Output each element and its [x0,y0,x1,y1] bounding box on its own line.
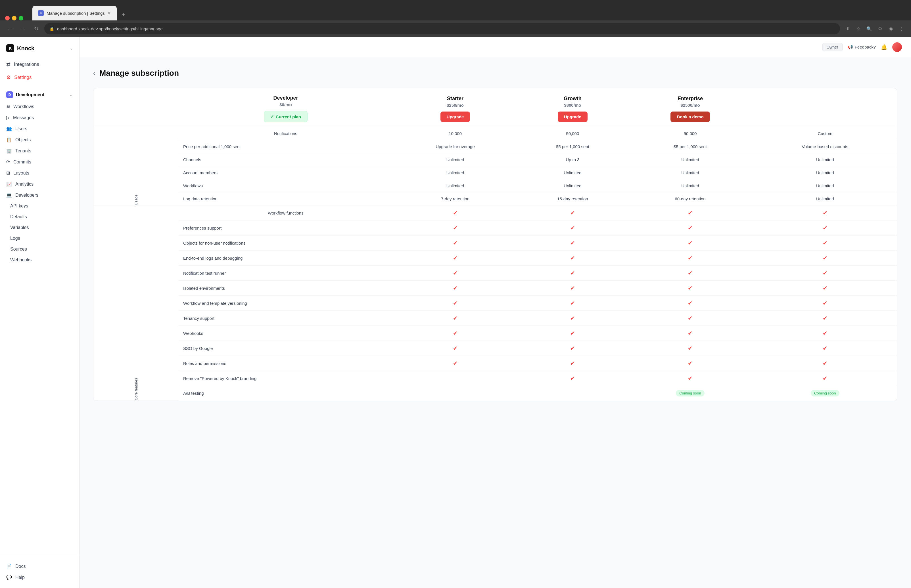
checkmark-icon: ✔ [570,360,575,367]
extension-icon-2[interactable]: ⚙ [876,24,884,33]
users-icon: 👥 [6,126,12,131]
sidebar-item-docs[interactable]: 📄 Docs [0,561,79,572]
forward-nav-button[interactable]: → [18,24,28,34]
active-browser-tab[interactable]: K Manage subscription | Settings ✕ [32,6,117,21]
table-row: Log data retention7-day retention15-day … [94,192,897,205]
sidebar-item-commits[interactable]: ⟳ Commits [0,157,79,168]
plan-value-cell: Unlimited [518,179,627,192]
feature-cell: Notification test runner [179,266,393,281]
tab-close-icon[interactable]: ✕ [108,11,111,15]
sidebar-child-defaults[interactable]: Defaults [0,212,79,222]
sidebar-item-layouts[interactable]: ⊞ Layouts [0,168,79,179]
plan-value-cell: Unlimited [628,166,753,179]
maximize-traffic-light[interactable] [19,16,23,21]
bookmark-icon[interactable]: ☆ [854,24,863,33]
sidebar-item-workflows[interactable]: ≋ Workflows [0,101,79,112]
table-row: Notification test runner✔✔✔✔ [94,266,897,281]
plan-value-cell: 50,000 [518,127,627,140]
checkmark-icon: ✔ [823,345,827,351]
plan-value-cell: Coming soon [753,386,897,401]
sidebar-item-help[interactable]: 💬 Help [0,572,79,583]
checkmark-icon: ✔ [570,285,575,291]
table-row: Isolated environments✔✔✔✔ [94,281,897,296]
coming-soon-badge: Coming soon [811,390,840,396]
plan-value-cell: ✔ [628,341,753,356]
table-row: Account membersUnlimitedUnlimitedUnlimit… [94,166,897,179]
feature-cell: SSO by Google [179,341,393,356]
starter-upgrade-button[interactable]: Upgrade [440,111,470,122]
back-nav-button[interactable]: ← [5,24,15,34]
starter-plan-header: Starter $250/mo Upgrade [393,88,518,127]
plan-value-cell: Unlimited [753,153,897,166]
plan-value-cell: ✔ [393,205,518,221]
plan-value-cell: Unlimited [753,166,897,179]
user-avatar[interactable] [892,42,902,52]
current-plan-button[interactable]: ✓ Current plan [264,111,307,122]
refresh-nav-button[interactable]: ↻ [31,24,41,34]
plan-value-cell: 50,000 [628,127,753,140]
plan-value-cell: ✔ [393,311,518,326]
checkmark-icon: ✔ [453,255,458,261]
plan-value-cell: ✔ [753,296,897,311]
sidebar-item-settings[interactable]: ⚙ Settings [0,71,79,84]
notification-bell-icon[interactable]: 🔔 [881,44,887,50]
sidebar-child-sources[interactable]: Sources [0,244,79,255]
sidebar-child-apikeys[interactable]: API keys [0,200,79,212]
sidebar-item-users[interactable]: 👥 Users [0,123,79,134]
sidebar-child-webhooks[interactable]: Webhooks [0,255,79,265]
feedback-button[interactable]: 📢 Feedback? [848,45,876,50]
commits-icon: ⟳ [6,159,10,165]
sidebar-item-objects[interactable]: 📋 Objects [0,134,79,145]
new-tab-button[interactable]: + [118,9,129,21]
checkmark-icon: ✔ [570,330,575,336]
back-button[interactable]: ‹ [93,69,95,77]
extension-icon-3[interactable]: ◉ [887,24,895,33]
share-icon[interactable]: ⬆ [843,24,852,33]
address-bar[interactable]: 🔒 dashboard.knock-dev.app/knock/settings… [44,23,840,34]
plan-value-cell: ✔ [753,236,897,250]
growth-upgrade-button[interactable]: Upgrade [558,111,587,122]
plan-value-cell: Up to 3 [518,153,627,166]
plan-value-cell: Unlimited [393,179,518,192]
minimize-traffic-light[interactable] [12,16,16,21]
starter-plan-price: $250/mo [397,103,513,108]
plan-value-cell: ✔ [518,205,627,221]
page-content: ‹ Manage subscription Developer $0/mo ✓ [79,57,911,412]
top-bar: Owner 📢 Feedback? 🔔 [79,37,911,57]
browser-tabs: K Manage subscription | Settings ✕ + [0,0,911,21]
sidebar-item-integrations[interactable]: ⇄ Integrations [0,58,79,71]
sidebar-item-analytics[interactable]: 📈 Analytics [0,179,79,189]
table-row: SSO by Google✔✔✔✔ [94,341,897,356]
enterprise-demo-button[interactable]: Book a demo [670,111,710,122]
check-icon: ✓ [270,114,274,119]
sidebar: K Knock ⌄ ⇄ Integrations ⚙ Settings D De… [0,37,79,588]
plan-value-cell: ✔ [628,371,753,386]
plan-value-cell [518,386,627,401]
feature-cell: Price per additional 1,000 sent [179,140,393,153]
checkmark-icon: ✔ [570,225,575,231]
plan-value-cell: Unlimited [628,179,753,192]
sidebar-child-logs[interactable]: Logs [0,233,79,244]
checkmark-icon: ✔ [823,210,827,216]
table-row: ChannelsUnlimitedUp to 3UnlimitedUnlimit… [94,153,897,166]
logo-chevron-icon[interactable]: ⌄ [70,46,73,50]
table-row: WorkflowsUnlimitedUnlimitedUnlimitedUnli… [94,179,897,192]
feature-cell: Channels [179,153,393,166]
enterprise-plan-header: Enterprise $2500/mo Book a demo [628,88,753,127]
close-traffic-light[interactable] [5,16,10,21]
checkmark-icon: ✔ [688,300,693,306]
more-options-icon[interactable]: ⋮ [897,24,906,33]
plans-table: Developer $0/mo ✓ Current plan Starter $… [94,88,897,401]
sidebar-item-tenants[interactable]: 🏢 Tenants [0,145,79,157]
browser-toolbar-icons: ⬆ ☆ 🔍 ⚙ ◉ ⋮ [843,24,906,33]
extension-icon-1[interactable]: 🔍 [865,24,874,33]
sidebar-item-developers[interactable]: 💻 Developers [0,189,79,200]
starter-plan-name: Starter [397,95,513,102]
feature-cell: Webhooks [179,326,393,341]
growth-plan-header: Growth $800/mo Upgrade [518,88,627,127]
sidebar-section-header[interactable]: D Development ⌄ [0,89,79,101]
checkmark-icon: ✔ [570,375,575,381]
coming-soon-badge: Coming soon [676,390,705,396]
sidebar-item-messages[interactable]: ▷ Messages [0,112,79,123]
sidebar-child-variables[interactable]: Variables [0,222,79,233]
